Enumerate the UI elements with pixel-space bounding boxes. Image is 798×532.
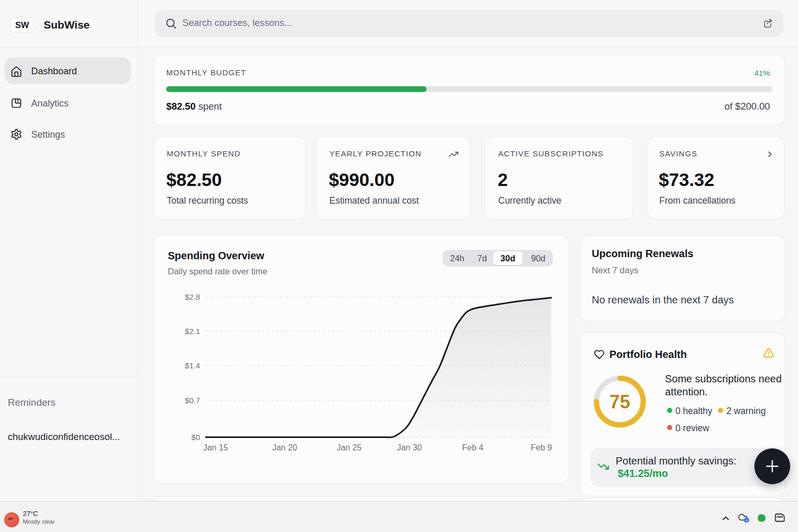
svg-text:$2.8: $2.8 (185, 292, 200, 301)
svg-text:$0.7: $0.7 (185, 396, 200, 405)
svg-text:75: 75 (609, 391, 630, 413)
svg-text:$1.4: $1.4 (185, 361, 200, 370)
svg-text:Jan 25: Jan 25 (337, 443, 362, 452)
svg-text:Jan 15: Jan 15 (203, 443, 228, 452)
svg-text:Feb 9: Feb 9 (531, 443, 552, 452)
svg-text:Jan 20: Jan 20 (272, 443, 297, 452)
svg-text:Jan 30: Jan 30 (397, 443, 422, 452)
svg-text:$0: $0 (191, 433, 200, 442)
svg-text:$2.1: $2.1 (185, 327, 200, 336)
svg-text:Feb 4: Feb 4 (462, 443, 484, 452)
